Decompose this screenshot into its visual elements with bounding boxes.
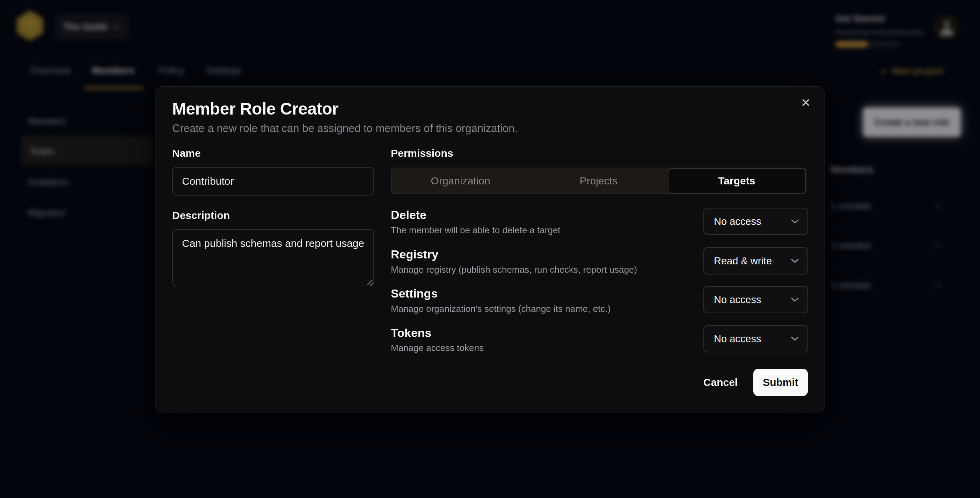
perm-desc-registry: Manage registry (publish schemas, run ch…: [391, 264, 637, 275]
name-label: Name: [172, 147, 201, 159]
perm-tab-targets[interactable]: Targets: [668, 168, 806, 194]
member-role-creator-modal: ✕ Member Role Creator Create a new role …: [155, 86, 825, 412]
description-label: Description: [172, 210, 230, 221]
perm-desc-settings: Manage organization's settings (change i…: [391, 304, 611, 314]
chevron-down-icon: [791, 297, 799, 302]
perm-title-settings: Settings: [391, 287, 438, 300]
app-screen: The Guild Get Started Remaining onboardi…: [0, 0, 980, 498]
close-icon[interactable]: ✕: [797, 94, 814, 111]
dropdown-value: Read & write: [714, 255, 772, 267]
perm-dropdown-tokens[interactable]: No access: [703, 325, 808, 352]
perm-tab-projects[interactable]: Projects: [530, 168, 667, 194]
permissions-tabs: Organization Projects Targets: [391, 168, 807, 194]
perm-title-registry: Registry: [391, 248, 438, 261]
chevron-down-icon: [791, 336, 799, 341]
name-input[interactable]: [172, 167, 374, 196]
chevron-down-icon: [791, 219, 799, 224]
permissions-label: Permissions: [391, 147, 453, 159]
cancel-button[interactable]: Cancel: [699, 369, 742, 396]
perm-dropdown-registry[interactable]: Read & write: [703, 247, 808, 275]
perm-dropdown-delete[interactable]: No access: [703, 208, 808, 235]
modal-title: Member Role Creator: [172, 99, 339, 118]
dropdown-value: No access: [714, 294, 761, 305]
dropdown-value: No access: [714, 216, 761, 228]
chevron-down-icon: [791, 258, 799, 263]
modal-subtitle: Create a new role that can be assigned t…: [172, 122, 518, 135]
perm-desc-delete: The member will be able to delete a targ…: [391, 225, 560, 236]
perm-desc-tokens: Manage access tokens: [391, 343, 484, 353]
perm-dropdown-settings[interactable]: No access: [703, 286, 808, 313]
perm-title-delete: Delete: [391, 208, 426, 222]
dropdown-value: No access: [714, 333, 761, 345]
description-textarea[interactable]: Can publish schemas and report usage: [172, 229, 374, 286]
perm-title-tokens: Tokens: [391, 326, 432, 340]
perm-tab-organization[interactable]: Organization: [391, 168, 530, 194]
submit-button[interactable]: Submit: [753, 369, 808, 396]
